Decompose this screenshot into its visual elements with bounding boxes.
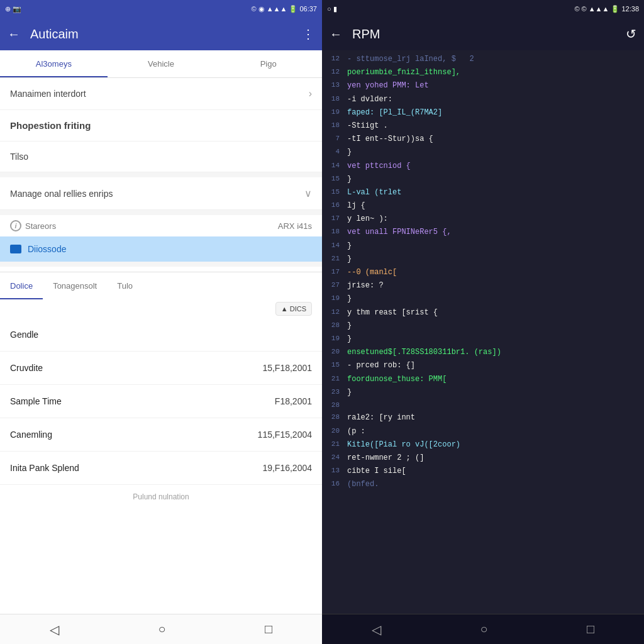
code-line: 15L-val (trlet <box>322 186 644 199</box>
code-line: 24ret-nwmner 2 ; (] <box>322 452 644 465</box>
line-number: 17 <box>322 267 347 279</box>
left-tabs: Al3omeys Vehicle Pigo <box>0 50 322 78</box>
line-number: 14 <box>322 240 347 252</box>
line-content: jrise: ? <box>347 280 644 292</box>
code-line: 15} <box>322 173 644 186</box>
line-content: } <box>347 240 644 252</box>
right-nav-back[interactable]: ◁ <box>359 617 394 642</box>
line-number: 15 <box>322 360 347 372</box>
right-time: © © ▲▲▲ 🔋 12:38 <box>574 5 639 13</box>
line-number: 24 <box>322 452 347 464</box>
right-header: ← RPM ↺ <box>322 18 644 50</box>
tab-al3omeys[interactable]: Al3omeys <box>0 50 108 77</box>
right-nav-recents[interactable]: □ <box>574 617 607 641</box>
left-header: ← Auticaim ⋮ <box>0 18 322 50</box>
line-number: 17 <box>322 213 347 225</box>
selected-item-icon <box>10 245 21 253</box>
line-number: 14 <box>322 160 347 172</box>
line-content: ret-nwmner 2 ; (] <box>347 452 644 464</box>
left-time: © ◉ ▲▲▲ 🔋 06:37 <box>251 5 317 13</box>
right-title: RPM <box>352 27 616 42</box>
menu-item-manaimen[interactable]: Manaimen interdort › <box>0 78 322 110</box>
line-content: vet pttcniod { <box>347 160 644 172</box>
code-line: 28} <box>322 319 644 333</box>
line-number: 16 <box>322 479 347 491</box>
line-number: 19 <box>322 293 347 305</box>
tab-tonagensolt[interactable]: Tonagensolt <box>43 272 107 299</box>
left-back-button[interactable]: ← <box>8 27 20 42</box>
line-number: 23 <box>322 387 347 399</box>
left-nav-home[interactable]: ○ <box>145 617 178 641</box>
tab-tulo[interactable]: Tulo <box>107 272 143 299</box>
code-line: 28 <box>322 399 644 412</box>
line-content: --0 (manlc[ <box>347 267 644 279</box>
left-body: Manaimen interdort › Phopestion friting … <box>0 78 322 614</box>
line-number: 28 <box>322 412 347 424</box>
tab-pigo[interactable]: Pigo <box>214 50 322 77</box>
line-number: 20 <box>322 426 347 438</box>
chevron-down-icon: ∨ <box>304 187 312 199</box>
line-number: 16 <box>322 200 347 212</box>
line-number: 13 <box>322 465 347 477</box>
right-status-right-icons: © © ▲▲▲ 🔋 12:38 <box>574 5 639 13</box>
code-line: 18-Stiigt . <box>322 119 644 133</box>
line-content: lj { <box>347 200 644 212</box>
bottom-tabs: Dolice Tonagensolt Tulo <box>0 272 322 299</box>
line-number: 18 <box>322 226 347 238</box>
line-content: ensetuned$[.T28SS180311br1. (ras]) <box>347 347 644 358</box>
line-content: } <box>347 387 644 399</box>
code-line: 12- sttumose_lrj laIned, $ 2 <box>322 53 644 66</box>
chevron-right-icon: › <box>309 88 312 99</box>
right-status-left-icons: ○ ▮ <box>327 5 337 13</box>
code-line: 19faped: [Pl_IL_(R7MA2] <box>322 106 644 119</box>
left-menu-button[interactable]: ⋮ <box>302 26 314 42</box>
line-number: 15 <box>322 174 347 186</box>
code-line: 17y len~ ): <box>322 213 644 226</box>
tab-dolice[interactable]: Dolice <box>0 272 43 299</box>
data-header: ▲ DICS <box>0 299 322 318</box>
status-label: i Stareors <box>10 220 56 231</box>
code-line: 20ensetuned$[.T28SS180311br1. (ras]) <box>322 346 644 359</box>
line-number: 28 <box>322 320 347 332</box>
code-line: 19} <box>322 292 644 306</box>
line-content: - sttumose_lrj laIned, $ 2 <box>347 53 644 65</box>
dics-button[interactable]: ▲ DICS <box>275 302 312 316</box>
right-back-button[interactable]: ← <box>330 27 342 42</box>
line-content: } <box>347 333 644 345</box>
code-line: 4} <box>322 146 644 159</box>
line-content: yen yohed PMM: Let <box>347 80 644 92</box>
tab-vehicle[interactable]: Vehicle <box>108 50 215 77</box>
line-content <box>347 400 644 411</box>
right-status-icons-left: ○ ▮ <box>327 5 337 13</box>
menu-item-phopestion: Phopestion friting <box>0 110 322 142</box>
refresh-icon[interactable]: ↺ <box>626 26 636 42</box>
code-line: 14} <box>322 240 644 253</box>
left-panel: ← Auticaim ⋮ Al3omeys Vehicle Pigo Manai… <box>0 18 322 644</box>
right-panel: ← RPM ↺ 12- sttumose_lrj laIned, $ 212po… <box>322 18 644 644</box>
selected-item[interactable]: Diiossode <box>0 236 322 262</box>
info-icon: i <box>10 220 21 231</box>
menu-item-tilso: Tilso <box>0 142 322 172</box>
code-line: 21foordunose_thuse: PMM[ <box>322 373 644 386</box>
line-number: 28 <box>322 400 347 411</box>
code-line: 18vet unall FPNINeRer5 {, <box>322 226 644 239</box>
left-nav-bar: ◁ ○ □ <box>0 614 322 644</box>
right-nav-home[interactable]: ○ <box>467 617 500 641</box>
line-content: L-val (trlet <box>347 187 644 199</box>
menu-item-manage[interactable]: Manage onal rellies enrips ∨ <box>0 177 322 210</box>
bottom-tabs-section: Dolice Tonagensolt Tulo <box>0 272 322 299</box>
left-nav-recents[interactable]: □ <box>252 617 285 641</box>
line-number: 15 <box>322 187 347 199</box>
left-nav-back[interactable]: ◁ <box>37 617 72 642</box>
code-line: 20(p : <box>322 425 644 438</box>
code-line: 7-tI ent--Stur))sa { <box>322 133 644 146</box>
line-number: 27 <box>322 280 347 292</box>
line-content: Kitle([Pial ro vJ([2coor) <box>347 439 644 451</box>
line-content: } <box>347 320 644 332</box>
line-number: 21 <box>322 374 347 386</box>
line-number: 18 <box>322 94 347 106</box>
code-line: 28rale2: [ry innt <box>322 411 644 425</box>
line-number: 13 <box>322 80 347 92</box>
section-divider-3 <box>0 262 322 267</box>
status-section: i Stareors ARX i41s <box>0 215 322 236</box>
